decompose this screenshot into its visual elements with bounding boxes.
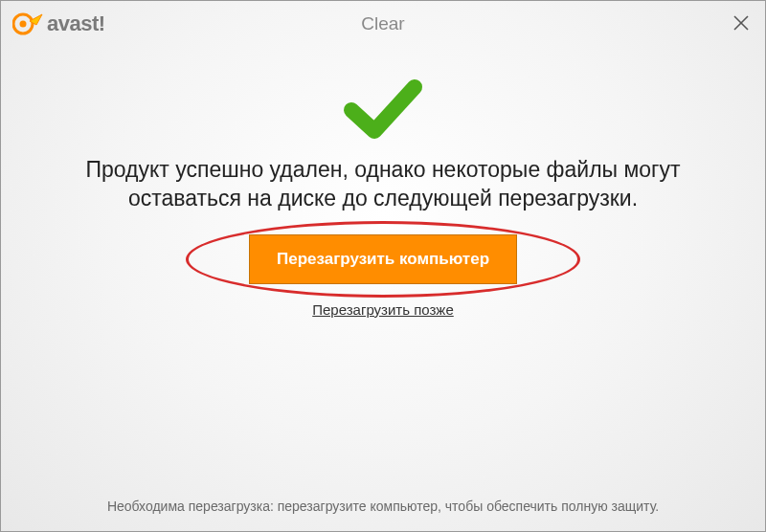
header: avast! Clear [1,1,765,47]
restart-later-link[interactable]: Перезагрузить позже [312,301,454,318]
svg-point-1 [20,21,27,28]
brand-logo: avast! [12,9,105,39]
close-icon [732,14,750,32]
close-button[interactable] [732,14,750,32]
success-check-icon [340,76,426,143]
avast-logo-icon [12,9,43,39]
restart-button[interactable]: Перезагрузить компьютер [249,234,517,284]
window-title: Clear [361,13,404,34]
button-container: Перезагрузить компьютер [249,234,517,284]
footer-text: Необходима перезагрузка: перезагрузите к… [1,499,765,514]
brand-text: avast! [47,11,105,36]
status-message: Продукт успешно удален, однако некоторые… [1,156,765,213]
main-content: Продукт успешно удален, однако некоторые… [1,47,765,318]
